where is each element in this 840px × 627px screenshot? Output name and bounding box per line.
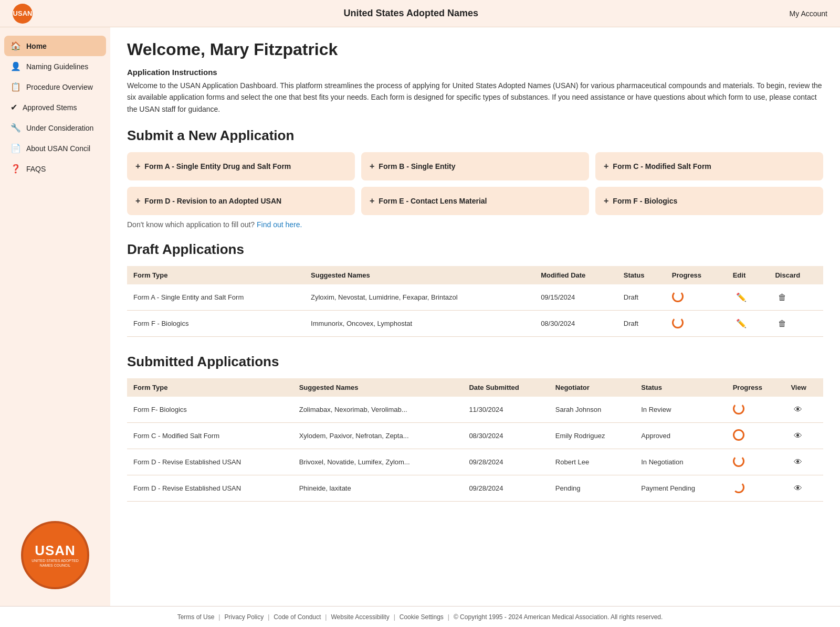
- sidebar-label-faqs: FAQS: [26, 165, 46, 173]
- sub-row3-negotiator: Robert Lee: [549, 449, 635, 475]
- sub-row2-date: 08/30/2024: [463, 423, 549, 449]
- usan-logo-text: USAN: [35, 543, 76, 559]
- form-f-button[interactable]: + Form F - Biologics: [595, 187, 823, 215]
- progress-spinner: [733, 455, 744, 467]
- question-icon: ❓: [10, 164, 21, 174]
- sub-row4-view[interactable]: 👁: [784, 475, 823, 502]
- progress-spinner: [733, 482, 744, 493]
- sidebar-item-approved-stems[interactable]: ✔ Approved Stems: [0, 97, 110, 118]
- footer-sep2: |: [268, 613, 269, 621]
- footer-sep5: |: [448, 613, 449, 621]
- footer-cookie-link[interactable]: Cookie Settings: [400, 613, 444, 621]
- form-d-button[interactable]: + Form D - Revision to an Adopted USAN: [127, 187, 355, 215]
- edit-button[interactable]: ✏️: [733, 317, 750, 330]
- instructions-title: Application Instructions: [127, 68, 823, 77]
- footer-copyright: © Copyright 1995 - 2024 American Medical…: [454, 613, 663, 621]
- sidebar-item-naming-guidelines[interactable]: 👤 Naming Guidelines: [0, 56, 110, 77]
- sub-row1-form-type: Form F- Biologics: [127, 397, 293, 423]
- sub-row3-view[interactable]: 👁: [784, 449, 823, 475]
- draft-col-modified-date: Modified Date: [534, 266, 617, 284]
- sidebar-item-faqs[interactable]: ❓ FAQS: [0, 158, 110, 179]
- form-c-label: Form C - Modified Salt Form: [613, 162, 711, 171]
- sub-row1-names: Zolimabax, Nexorimab, Verolimab...: [293, 397, 463, 423]
- footer-privacy-link[interactable]: Privacy Policy: [224, 613, 264, 621]
- sub-row1-view[interactable]: 👁: [784, 397, 823, 423]
- sidebar: 🏠 Home 👤 Naming Guidelines 📋 Procedure O…: [0, 27, 110, 606]
- footer-terms-link[interactable]: Terms of Use: [177, 613, 215, 621]
- plus-icon-e: +: [370, 196, 374, 206]
- sub-col-negotiator: Negotiator: [549, 378, 635, 397]
- submitted-table: Form Type Suggested Names Date Submitted…: [127, 378, 823, 502]
- discard-button[interactable]: 🗑: [775, 318, 790, 330]
- checkmark-icon: ✔: [10, 102, 17, 112]
- draft-row1-progress: [666, 284, 727, 311]
- sidebar-item-under-consideration[interactable]: 🔧 Under Consideration: [0, 118, 110, 138]
- draft-row1-edit[interactable]: ✏️: [727, 284, 769, 311]
- draft-col-status: Status: [617, 266, 666, 284]
- draft-col-suggested-names: Suggested Names: [304, 266, 534, 284]
- sub-row3-status: In Negotiation: [635, 449, 726, 475]
- footer-sep3: |: [325, 613, 327, 621]
- sidebar-item-procedure-overview[interactable]: 📋 Procedure Overview: [0, 77, 110, 97]
- form-f-label: Form F - Biologics: [613, 197, 677, 205]
- footer: Terms of Use | Privacy Policy | Code of …: [0, 606, 840, 627]
- sub-col-progress: Progress: [727, 378, 785, 397]
- draft-row2-discard[interactable]: 🗑: [769, 311, 823, 337]
- sub-row2-view[interactable]: 👁: [784, 423, 823, 449]
- sub-row3-form-type: Form D - Revise Established USAN: [127, 449, 293, 475]
- view-button[interactable]: 👁: [791, 483, 805, 494]
- footer-accessibility-link[interactable]: Website Accessibility: [331, 613, 389, 621]
- footer-sep4: |: [394, 613, 395, 621]
- table-row: Form F- Biologics Zolimabax, Nexorimab, …: [127, 397, 823, 423]
- draft-row2-progress: [666, 311, 727, 337]
- sub-row4-names: Phineide, laxitate: [293, 475, 463, 502]
- sub-row2-names: Xylodem, Paxivor, Nefrotan, Zepta...: [293, 423, 463, 449]
- my-account-link[interactable]: My Account: [790, 9, 827, 18]
- draft-row2-edit[interactable]: ✏️: [727, 311, 769, 337]
- draft-row1-names: Zyloxim, Nevostat, Lumidrine, Fexapar, B…: [304, 284, 534, 311]
- plus-icon-c: +: [604, 162, 608, 171]
- sub-row2-status: Approved: [635, 423, 726, 449]
- wrench-icon: 🔧: [10, 123, 21, 133]
- edit-button[interactable]: ✏️: [733, 291, 750, 303]
- view-button[interactable]: 👁: [791, 404, 805, 416]
- table-row: Form D - Revise Established USAN Phineid…: [127, 475, 823, 502]
- sub-row4-form-type: Form D - Revise Established USAN: [127, 475, 293, 502]
- submitted-section-title: Submitted Applications: [127, 354, 823, 370]
- sub-row2-form-type: Form C - Modified Salt Form: [127, 423, 293, 449]
- discard-button[interactable]: 🗑: [775, 292, 790, 303]
- document-icon: 📋: [10, 82, 21, 92]
- draft-row1-status: Draft: [617, 284, 666, 311]
- footer-conduct-link[interactable]: Code of Conduct: [274, 613, 321, 621]
- view-button[interactable]: 👁: [791, 430, 805, 442]
- usan-logo-subtitle: UNITED STATES ADOPTED NAMES COUNCIL: [29, 559, 81, 568]
- plus-icon-f: +: [604, 196, 608, 206]
- find-out-text: Don't know which application to fill out…: [127, 220, 823, 229]
- sub-row2-negotiator: Emily Rodriguez: [549, 423, 635, 449]
- draft-col-discard: Discard: [769, 266, 823, 284]
- sub-row4-date: 09/28/2024: [463, 475, 549, 502]
- find-out-link[interactable]: Find out here.: [257, 220, 302, 229]
- form-e-button[interactable]: + Form E - Contact Lens Material: [361, 187, 589, 215]
- table-row: Form D - Revise Established USAN Brivoxe…: [127, 449, 823, 475]
- draft-col-form-type: Form Type: [127, 266, 304, 284]
- draft-row2-form-type: Form F - Biologics: [127, 311, 304, 337]
- sidebar-item-about-usan[interactable]: 📄 About USAN Concil: [0, 138, 110, 158]
- draft-col-progress: Progress: [666, 266, 727, 284]
- sub-row1-progress: [727, 397, 785, 423]
- progress-spinner: [672, 291, 684, 302]
- view-button[interactable]: 👁: [791, 456, 805, 468]
- draft-row2-names: Immunorix, Oncovex, Lymphostat: [304, 311, 534, 337]
- draft-row1-discard[interactable]: 🗑: [769, 284, 823, 311]
- form-c-button[interactable]: + Form C - Modified Salt Form: [595, 152, 823, 180]
- sub-col-form-type: Form Type: [127, 378, 293, 397]
- draft-section-title: Draft Applications: [127, 241, 823, 258]
- instructions-text: Welcome to the USAN Application Dashboar…: [127, 80, 823, 115]
- form-a-button[interactable]: + Form A - Single Entity Drug and Salt F…: [127, 152, 355, 180]
- sidebar-item-home[interactable]: 🏠 Home: [4, 36, 106, 56]
- sub-row1-status: In Review: [635, 397, 726, 423]
- sub-col-names: Suggested Names: [293, 378, 463, 397]
- form-b-button[interactable]: + Form B - Single Entity: [361, 152, 589, 180]
- form-a-label: Form A - Single Entity Drug and Salt For…: [144, 162, 291, 171]
- table-row: Form C - Modified Salt Form Xylodem, Pax…: [127, 423, 823, 449]
